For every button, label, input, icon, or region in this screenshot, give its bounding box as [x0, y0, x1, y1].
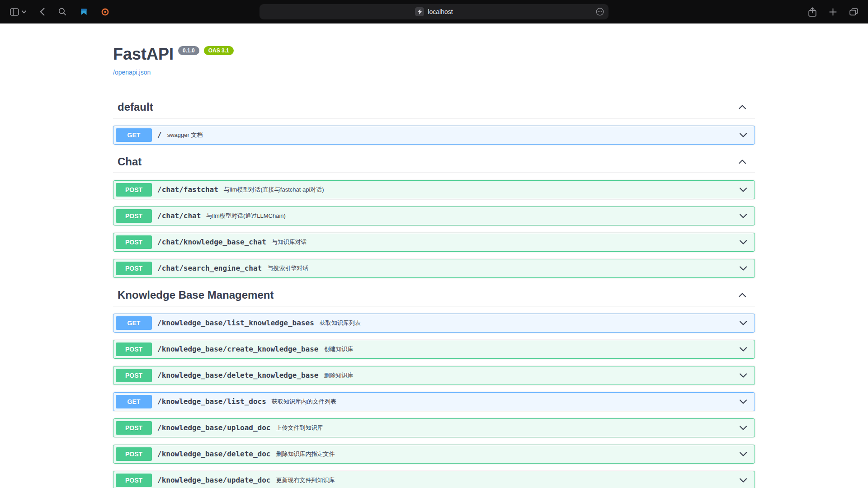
api-section: Knowledge Base Management GET /knowledge… — [113, 285, 755, 488]
api-title-text: FastAPI — [113, 45, 174, 63]
method-badge: POST — [116, 183, 152, 197]
page-menu-ellipsis-icon[interactable] — [596, 8, 604, 16]
operation-row: GET / swagger 文档 — [113, 126, 755, 145]
section-title: Knowledge Base Management — [118, 289, 274, 301]
operation-expand-chevron-down-icon[interactable] — [739, 423, 752, 432]
method-badge: POST — [116, 421, 152, 435]
operation-expand-chevron-down-icon[interactable] — [739, 397, 752, 406]
operation-summary[interactable]: GET /knowledge_base/list_docs 获取知识库内的文件列… — [113, 393, 755, 411]
toolbar-left-group — [0, 8, 109, 16]
section-header[interactable]: Knowledge Base Management — [113, 285, 755, 306]
operation-description: 与llm模型对话(直接与fastchat api对话) — [224, 185, 739, 194]
operation-description: swagger 文档 — [167, 131, 739, 139]
openapi-spec-link[interactable]: /openapi.json — [113, 69, 151, 76]
operation-expand-chevron-down-icon[interactable] — [739, 131, 752, 140]
method-badge: GET — [116, 316, 152, 330]
version-badge: 0.1.0 — [178, 46, 199, 55]
operation-row: GET /knowledge_base/list_docs 获取知识库内的文件列… — [113, 392, 755, 411]
operation-summary[interactable]: POST /knowledge_base/delete_knowledge_ba… — [113, 366, 755, 385]
operation-row: POST /knowledge_base/delete_knowledge_ba… — [113, 366, 755, 385]
method-badge: POST — [116, 343, 152, 356]
operation-row: POST /chat/fastchat 与llm模型对话(直接与fastchat… — [113, 180, 755, 199]
section-collapse-chevron-up-icon[interactable] — [738, 291, 747, 300]
api-info: FastAPI 0.1.0 OAS 3.1 /openapi.json — [113, 45, 755, 76]
operation-summary[interactable]: POST /knowledge_base/create_knowledge_ba… — [113, 340, 755, 358]
api-sections: default GET / swagger 文档 Chat POST /ch — [113, 97, 755, 488]
content-wrapper: FastAPI 0.1.0 OAS 3.1 /openapi.json defa… — [113, 23, 755, 488]
operation-expand-chevron-down-icon[interactable] — [739, 450, 752, 459]
back-icon[interactable] — [40, 8, 45, 16]
operation-expand-chevron-down-icon[interactable] — [739, 264, 752, 273]
method-badge: POST — [116, 235, 152, 249]
section-collapse-chevron-up-icon[interactable] — [738, 103, 747, 112]
sidebar-chevron-down-icon[interactable] — [22, 10, 26, 14]
operation-summary[interactable]: POST /chat/chat 与llm模型对话(通过LLMChain) — [113, 207, 755, 225]
operation-path: /knowledge_base/create_knowledge_base — [152, 345, 324, 353]
operation-expand-chevron-down-icon[interactable] — [739, 211, 752, 221]
operation-description: 与搜索引擎对话 — [267, 264, 739, 272]
swagger-page: FastAPI 0.1.0 OAS 3.1 /openapi.json defa… — [0, 23, 868, 488]
new-tab-icon[interactable] — [829, 8, 837, 16]
operation-description: 与llm模型对话(通过LLMChain) — [206, 211, 739, 220]
oas-badge: OAS 3.1 — [204, 46, 234, 55]
toolbar-right-group — [808, 7, 868, 17]
operation-summary[interactable]: POST /knowledge_base/delete_doc 删除知识库内指定… — [113, 445, 755, 463]
operation-description: 获取知识库内的文件列表 — [272, 397, 739, 406]
extension-orange-icon[interactable] — [101, 8, 109, 16]
operation-list: GET /knowledge_base/list_knowledge_bases… — [113, 314, 755, 488]
operation-row: POST /chat/chat 与llm模型对话(通过LLMChain) — [113, 206, 755, 225]
operation-row: POST /knowledge_base/upload_doc 上传文件到知识库 — [113, 418, 755, 437]
search-icon[interactable] — [58, 8, 66, 16]
operation-path: /chat/chat — [152, 211, 206, 220]
operation-row: POST /chat/search_engine_chat 与搜索引擎对话 — [113, 259, 755, 278]
method-badge: POST — [116, 262, 152, 275]
operation-description: 创建知识库 — [324, 345, 739, 353]
operation-description: 删除知识库内指定文件 — [276, 450, 739, 458]
browser-toolbar: localhost — [0, 0, 868, 23]
method-badge: POST — [116, 209, 152, 223]
operation-expand-chevron-down-icon[interactable] — [739, 476, 752, 485]
operation-summary[interactable]: POST /chat/knowledge_base_chat 与知识库对话 — [113, 233, 755, 251]
operation-expand-chevron-down-icon[interactable] — [739, 238, 752, 247]
operation-summary[interactable]: POST /knowledge_base/update_doc 更新现有文件到知… — [113, 471, 755, 488]
operation-description: 与知识库对话 — [272, 238, 739, 246]
section-header[interactable]: default — [113, 97, 755, 118]
operation-expand-chevron-down-icon[interactable] — [739, 371, 752, 380]
operation-summary[interactable]: POST /chat/search_engine_chat 与搜索引擎对话 — [113, 259, 755, 277]
url-text: localhost — [428, 8, 453, 15]
share-icon[interactable] — [808, 7, 816, 17]
operation-expand-chevron-down-icon[interactable] — [739, 345, 752, 354]
operation-row: POST /chat/knowledge_base_chat 与知识库对话 — [113, 233, 755, 252]
operation-description: 删除知识库 — [324, 371, 739, 380]
page-title: FastAPI 0.1.0 OAS 3.1 — [113, 45, 755, 63]
api-section: default GET / swagger 文档 — [113, 97, 755, 145]
extension-blue-icon[interactable] — [80, 8, 88, 16]
operation-expand-chevron-down-icon[interactable] — [739, 319, 752, 328]
tab-overview-icon[interactable] — [849, 8, 858, 16]
section-header[interactable]: Chat — [113, 152, 755, 173]
url-bar[interactable]: localhost — [259, 4, 609, 19]
method-badge: GET — [116, 395, 152, 408]
operation-path: /knowledge_base/delete_doc — [152, 450, 276, 458]
operation-expand-chevron-down-icon[interactable] — [739, 185, 752, 194]
sidebar-toggle-icon[interactable] — [10, 8, 19, 16]
operation-summary[interactable]: GET /knowledge_base/list_knowledge_bases… — [113, 314, 755, 332]
method-badge: POST — [116, 474, 152, 487]
operation-summary[interactable]: POST /chat/fastchat 与llm模型对话(直接与fastchat… — [113, 181, 755, 199]
site-favicon-icon[interactable] — [415, 7, 424, 16]
operation-path: /chat/knowledge_base_chat — [152, 238, 272, 246]
operation-row: POST /knowledge_base/create_knowledge_ba… — [113, 340, 755, 359]
operation-row: GET /knowledge_base/list_knowledge_bases… — [113, 314, 755, 333]
operation-row: POST /knowledge_base/delete_doc 删除知识库内指定… — [113, 445, 755, 464]
section-collapse-chevron-up-icon[interactable] — [738, 157, 747, 166]
operation-summary[interactable]: GET / swagger 文档 — [113, 126, 755, 144]
operation-description: 更新现有文件到知识库 — [276, 476, 739, 484]
operation-path: /chat/search_engine_chat — [152, 264, 267, 272]
api-section: Chat POST /chat/fastchat 与llm模型对话(直接与fas… — [113, 152, 755, 278]
operation-path: /knowledge_base/update_doc — [152, 476, 276, 484]
operation-summary[interactable]: POST /knowledge_base/upload_doc 上传文件到知识库 — [113, 419, 755, 437]
url-center: localhost — [415, 7, 453, 16]
operation-description: 获取知识库列表 — [320, 319, 739, 327]
operation-path: /knowledge_base/delete_knowledge_base — [152, 371, 324, 380]
method-badge: POST — [116, 447, 152, 461]
